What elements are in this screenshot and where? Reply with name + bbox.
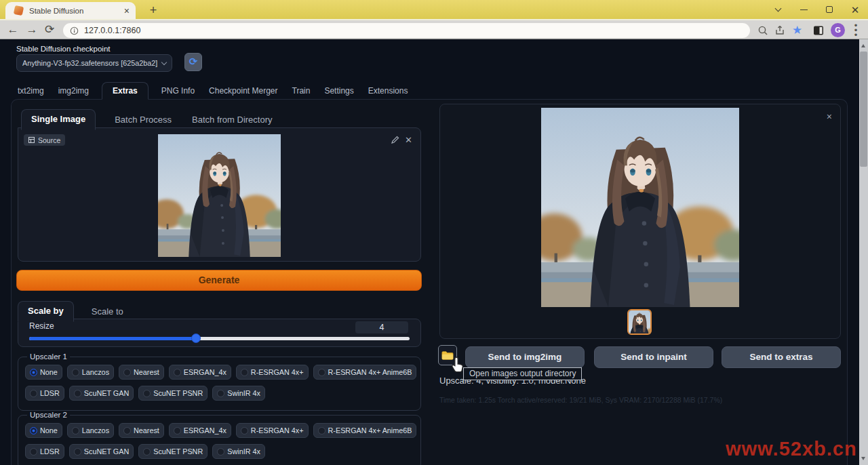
generate-button[interactable]: Generate [16,270,422,291]
tab-scale-to[interactable]: Scale to [90,302,125,322]
slider-handle[interactable] [191,333,201,343]
tab-txt2img[interactable]: txt2img [16,83,45,99]
scrollbar-thumb[interactable] [860,52,867,167]
resize-slider[interactable] [29,337,410,340]
radio-icon [74,448,81,456]
radio-esrgan4x[interactable]: ESRGAN_4x [169,365,231,380]
watermark: www.52xb.cn [726,438,857,460]
share-icon[interactable] [774,24,787,37]
chevron-down-icon [161,59,167,64]
bookmark-star-icon[interactable]: ★ [792,24,804,37]
tab-extras[interactable]: Extras [102,82,149,100]
tab-img2img[interactable]: img2img [57,83,90,99]
tab-single-image[interactable]: Single Image [21,109,96,130]
radio-esrgan4x[interactable]: ESRGAN_4x [169,423,231,438]
page-scrollbar[interactable] [859,39,868,465]
refresh-checkpoint-button[interactable]: ⟳ [184,53,202,71]
side-panel-icon[interactable] [812,24,825,37]
send-to-extras-button[interactable]: Send to extras [722,346,841,368]
clear-image-icon[interactable]: ✕ [405,136,412,144]
address-bar[interactable]: 127.0.0.1:7860 [63,23,750,38]
radio-icon [217,448,224,456]
checkpoint-label: Stable Diffusion checkpoint [16,45,111,53]
radio-lanczos[interactable]: Lanczos [67,365,114,380]
resize-value-input[interactable]: 4 [355,321,408,333]
new-tab-button[interactable]: + [146,3,161,18]
radio-resrgan4x[interactable]: R-ESRGAN 4x+ [236,365,309,380]
tooltip: Open images output directory [463,367,582,380]
radio-icon [241,427,248,434]
radio-nearest[interactable]: Nearest [119,365,164,380]
site-info-icon[interactable] [70,26,79,35]
browser-toolbar: ← → ⟳ 127.0.0.1:7860 ★ G ••• [0,19,868,39]
radio-icon [30,369,37,376]
upscaler1-legend: Upscaler 1 [27,352,70,361]
radio-icon [174,369,181,376]
minimize-button[interactable] [791,0,816,19]
result-thumbnail[interactable] [627,309,652,335]
radio-swinir4x[interactable]: SwinIR 4x [212,386,265,401]
source-image [158,134,281,257]
browser-menu-icon[interactable]: ••• [853,23,859,38]
extras-mode-tabs: Single Image Batch Process Batch from Di… [21,109,274,130]
url-text: 127.0.0.1:7860 [84,26,140,35]
radio-scunet-psnr[interactable]: ScuNET PSNR [138,386,208,401]
tab-train[interactable]: Train [291,83,312,99]
result-gallery: × [439,104,841,339]
tab-close-icon[interactable]: × [124,6,130,16]
radio-none[interactable]: None [25,423,62,438]
scroll-up-icon[interactable] [861,44,865,47]
radio-icon [30,427,37,434]
profile-avatar[interactable]: G [831,23,845,37]
tab-settings[interactable]: Settings [323,83,355,99]
mouse-cursor [450,356,467,375]
radio-scunet-psnr[interactable]: ScuNET PSNR [138,444,208,459]
gallery-close-icon[interactable]: × [827,111,832,122]
resize-label: Resize [29,321,54,331]
radio-ldsr[interactable]: LDSR [25,444,64,459]
radio-nearest[interactable]: Nearest [119,423,164,438]
tab-batch-process[interactable]: Batch Process [113,110,173,130]
edit-image-icon[interactable] [391,136,399,144]
radio-scunet-gan[interactable]: ScuNET GAN [69,444,134,459]
window-close-button[interactable]: ✕ [842,0,868,19]
browser-tab[interactable]: Stable Diffusion × [5,2,136,19]
radio-icon [30,448,37,456]
radio-ldsr[interactable]: LDSR [25,386,64,401]
source-chip: Source [24,134,65,146]
reload-button[interactable]: ⟳ [42,22,57,37]
browser-tab-strip: Stable Diffusion × + ✕ [0,0,868,19]
search-icon[interactable] [757,24,769,37]
radio-resrgan4x[interactable]: R-ESRGAN 4x+ [236,423,309,438]
tab-search-icon[interactable] [765,0,791,19]
stable-diffusion-webui: Stable Diffusion checkpoint Anything-V3-… [0,39,859,465]
result-image[interactable] [541,108,739,307]
tab-scale-by[interactable]: Scale by [18,301,74,322]
radio-icon [72,427,79,434]
refresh-icon: ⟳ [189,57,198,67]
radio-swinir4x[interactable]: SwinIR 4x [212,444,265,459]
tab-png-info[interactable]: PNG Info [160,83,196,99]
scroll-down-icon[interactable] [861,457,865,460]
forward-button[interactable]: → [24,22,39,37]
send-to-inpaint-button[interactable]: Send to inpaint [594,346,713,368]
slider-fill [29,337,196,340]
radio-scunet-gan[interactable]: ScuNET GAN [69,386,134,401]
upscaler1-group: Upscaler 1 None Lanczos Nearest ESRGAN_4… [18,357,421,411]
checkpoint-dropdown[interactable]: Anything-V3-fp32.safetensors [625a2ba2] [16,54,172,72]
tab-batch-from-directory[interactable]: Batch from Directory [191,110,273,130]
source-image-dropzone[interactable]: Source ✕ [18,127,421,262]
radio-lanczos[interactable]: Lanczos [67,423,114,438]
radio-resrgan-anime6b[interactable]: R-ESRGAN 4x+ Anime6B [313,365,417,380]
radio-icon [74,390,81,397]
radio-none[interactable]: None [25,365,62,380]
radio-icon [318,369,326,376]
tab-checkpoint-merger[interactable]: Checkpoint Merger [208,83,279,99]
tab-extensions[interactable]: Extensions [367,83,410,99]
radio-resrgan-anime6b[interactable]: R-ESRGAN 4x+ Anime6B [313,423,417,438]
maximize-button[interactable] [816,0,842,19]
send-to-img2img-button[interactable]: Send to img2img [465,346,585,368]
radio-icon [318,427,326,434]
back-button[interactable]: ← [5,22,20,37]
resize-panel: Resize 4 [18,319,421,347]
